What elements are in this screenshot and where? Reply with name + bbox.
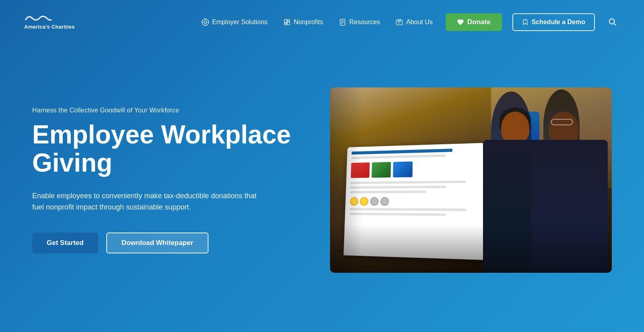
bookmark-icon	[522, 19, 528, 25]
svg-point-17	[609, 19, 615, 24]
hero-title: Employee Workplace Giving	[32, 120, 291, 177]
download-whitepaper-button[interactable]: Download Whitepaper	[106, 232, 209, 253]
resources-icon	[339, 18, 347, 26]
hero-title-line2: Giving	[32, 148, 112, 177]
nav-about-us[interactable]: About Us	[390, 15, 438, 29]
logo-wave-icon	[24, 14, 52, 23]
svg-rect-9	[284, 23, 287, 25]
hero-content: Harness the Collective Goodwill of Your …	[32, 107, 291, 253]
nav-employer-solutions[interactable]: Employer Solutions	[196, 15, 273, 29]
hero-buttons: Get Started Download Whitepaper	[32, 232, 291, 253]
screen-img-3	[393, 162, 413, 178]
heart-icon	[457, 19, 464, 26]
coin-4	[380, 197, 389, 206]
nav-resources-label: Resources	[349, 19, 380, 26]
svg-rect-6	[284, 19, 287, 23]
nav-nonprofits[interactable]: Nonprofits	[277, 15, 329, 29]
employer-solutions-icon	[201, 18, 209, 26]
office-scene	[330, 87, 612, 273]
nav-employer-solutions-label: Employer Solutions	[212, 19, 268, 26]
svg-point-1	[204, 21, 207, 24]
main-nav: Employer Solutions Nonprofits	[196, 13, 620, 31]
donate-label: Donate	[467, 18, 491, 26]
svg-rect-8	[287, 22, 290, 25]
svg-line-18	[614, 23, 616, 25]
coin-3	[370, 197, 378, 206]
donate-button[interactable]: Donate	[446, 13, 502, 31]
page-wrapper: America's Charities Employer Solutions	[0, 0, 644, 332]
nav-nonprofits-label: Nonprofits	[294, 19, 323, 26]
nav-resources[interactable]: Resources	[333, 15, 386, 29]
nonprofits-icon	[283, 18, 291, 26]
woman-head	[501, 112, 529, 144]
scene-left-overlay	[330, 87, 362, 273]
logo-box: America's Charities	[24, 14, 75, 30]
svg-rect-7	[287, 19, 290, 21]
search-icon	[608, 17, 617, 26]
hero-title-line1: Employee Workplace	[32, 120, 291, 149]
about-us-icon	[395, 18, 403, 26]
hero-description: Enable employees to conveniently make ta…	[32, 190, 266, 214]
hero-subtitle: Harness the Collective Goodwill of Your …	[32, 107, 291, 114]
screen-img-2	[372, 162, 391, 178]
search-button[interactable]	[605, 14, 620, 31]
hero-image-frame	[330, 87, 612, 273]
header: America's Charities Employer Solutions	[0, 0, 644, 44]
glasses	[551, 119, 573, 125]
get-started-button[interactable]: Get Started	[32, 232, 98, 253]
schedule-demo-label: Schedule a Demo	[532, 19, 585, 26]
schedule-demo-button[interactable]: Schedule a Demo	[512, 13, 595, 31]
logo-area[interactable]: America's Charities	[24, 14, 75, 30]
hero-section: Harness the Collective Goodwill of Your …	[0, 44, 644, 332]
scene-overlay	[330, 224, 612, 273]
svg-rect-14	[396, 20, 402, 25]
hero-image-container	[315, 87, 612, 273]
nav-about-us-label: About Us	[406, 19, 433, 26]
logo-text: America's Charities	[24, 24, 75, 30]
